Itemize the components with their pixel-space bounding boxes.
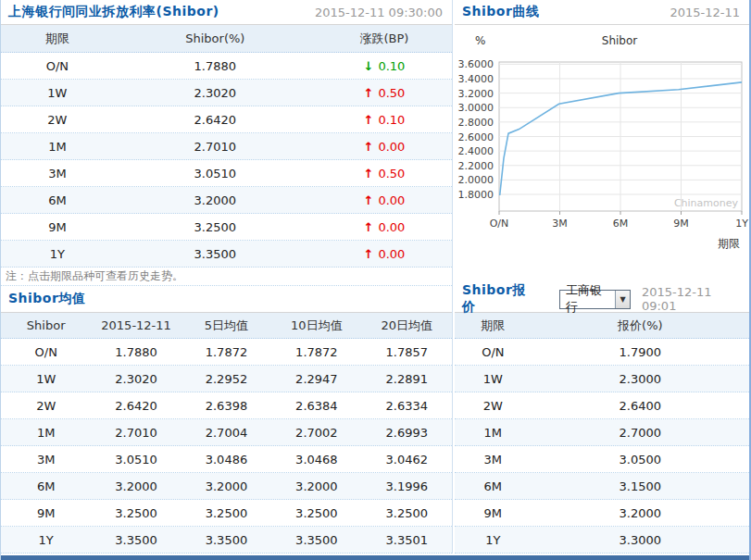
svg-text:2.4000: 2.4000 [458, 145, 494, 157]
change-value: 0.00 [378, 220, 405, 234]
col-header-5day: 5日均值 [181, 317, 271, 334]
rate-value: 3.2500 [114, 220, 317, 234]
table-row: 1M 2.7010 2.7004 2.7002 2.6993 [1, 419, 452, 446]
change-cell: ↑0.00 [317, 140, 452, 154]
rates-panel: 上海银行间同业拆放利率(Shibor) 2015-12-11 09:30:00 … [1, 0, 453, 286]
quote-value: 3.0500 [532, 453, 749, 467]
col-header-term: 期限 [1, 31, 114, 47]
quotes-table-header: 期限 报价(%) [455, 313, 749, 339]
shibor-curve-plot: % Shibor 1.80002.00002.20002.40002.60002… [455, 25, 749, 286]
change-value: 0.50 [378, 167, 405, 180]
value-cell: 2.6384 [271, 399, 361, 413]
chart-watermark: Chinamoney [674, 197, 739, 209]
svg-text:1Y: 1Y [735, 218, 748, 230]
col-header-10day: 10日均值 [271, 317, 361, 334]
bottom-border-bar [1, 555, 749, 560]
table-row: 3M 3.0510 3.0486 3.0468 3.0462 [1, 446, 452, 473]
term-link[interactable]: 1M [1, 140, 114, 154]
quote-value: 2.3000 [532, 372, 749, 386]
term-link[interactable]: 9M [1, 220, 114, 234]
chevron-down-icon[interactable]: ▼ [615, 291, 630, 308]
up-arrow-icon: ↑ [364, 86, 374, 100]
col-header-quote: 报价(%) [532, 317, 749, 334]
term-link[interactable]: 2W [1, 113, 114, 127]
up-arrow-icon: ↑ [364, 220, 374, 234]
value-cell: 3.0462 [362, 453, 452, 467]
value-cell: 2.2891 [362, 372, 452, 386]
value-cell: 2.6993 [362, 426, 452, 440]
change-value: 0.00 [378, 193, 405, 207]
table-row: 1Y 3.3000 [455, 527, 749, 554]
table-row: O/N 1.7880 ↓0.10 [1, 53, 452, 80]
value-cell: 2.2947 [271, 372, 361, 386]
term-link[interactable]: 1Y [1, 247, 114, 261]
curve-date: 2015-12-11 [670, 6, 740, 19]
table-row: 6M 3.2000 3.2000 3.2000 3.1996 [1, 473, 452, 500]
term-cell: 1W [455, 372, 532, 386]
value-cell: 3.2000 [181, 479, 271, 493]
value-cell: 1.7880 [91, 345, 181, 359]
term-link[interactable]: 3M [1, 167, 114, 180]
col-header-20day: 20日均值 [362, 317, 452, 334]
table-row: 2W 2.6400 [455, 392, 749, 419]
term-link[interactable]: 6M [1, 193, 114, 207]
curve-panel: Shibor曲线 2015-12-11 % Shibor 1.80002.000… [455, 0, 749, 286]
curve-panel-title: Shibor曲线 [462, 4, 539, 20]
term-cell: 6M [1, 479, 91, 493]
change-cell: ↑0.00 [317, 247, 452, 261]
x-axis-title: 期限 [718, 237, 740, 250]
col-header-date: 2015-12-11 [91, 318, 181, 332]
term-cell: 3M [1, 453, 91, 467]
term-cell: 1M [1, 426, 91, 440]
svg-text:2.8000: 2.8000 [458, 117, 494, 129]
rate-value: 1.7880 [114, 59, 317, 73]
change-cell: ↑0.50 [317, 167, 452, 180]
means-panel: Shibor均值 Shibor 2015-12-11 5日均值 10日均值 20… [1, 286, 453, 554]
svg-text:3.2000: 3.2000 [458, 88, 494, 100]
svg-text:9M: 9M [673, 218, 689, 230]
term-cell: 1Y [455, 533, 532, 547]
quotes-panel-title: Shibor报价 [462, 282, 533, 316]
svg-text:3.6000: 3.6000 [458, 58, 494, 70]
svg-text:3.0000: 3.0000 [458, 102, 494, 114]
rates-panel-title: 上海银行间同业拆放利率(Shibor) [8, 4, 219, 20]
change-cell: ↑0.10 [317, 113, 452, 127]
means-panel-title: Shibor均值 [8, 291, 85, 307]
term-cell: 1M [455, 426, 532, 440]
quotes-panel: Shibor报价 工商银行 ▼ 2015-12-11 09:01 期限 报价(%… [455, 286, 749, 554]
term-cell: 3M [455, 453, 532, 467]
svg-text:1.8000: 1.8000 [458, 189, 494, 201]
rates-table-header: 期限 Shibor(%) 涨跌(BP) [1, 25, 452, 53]
table-row: O/N 1.7900 [455, 339, 749, 366]
bottom-section: Shibor均值 Shibor 2015-12-11 5日均值 10日均值 20… [1, 286, 749, 554]
bank-select-value: 工商银行 [560, 282, 615, 316]
shibor-curve-chart: % Shibor 1.80002.00002.20002.40002.60002… [455, 25, 749, 286]
rate-value: 2.3020 [114, 86, 317, 100]
term-cell: 2W [1, 399, 91, 413]
quote-value: 3.3000 [532, 533, 749, 547]
value-cell: 3.2000 [271, 479, 361, 493]
value-cell: 1.7857 [362, 345, 452, 359]
rates-title-bar: 上海银行间同业拆放利率(Shibor) 2015-12-11 09:30:00 [1, 0, 452, 25]
rates-note: 注：点击期限品种可查看历史走势。 [1, 268, 452, 286]
table-row: 1M 2.7000 [455, 419, 749, 446]
table-row: 1M 2.7010 ↑0.00 [1, 133, 452, 160]
table-row: 9M 3.2500 ↑0.00 [1, 214, 452, 241]
col-header-change: 涨跌(BP) [317, 31, 452, 47]
table-row: 6M 3.2000 ↑0.00 [1, 187, 452, 214]
chart-title: Shibor [602, 34, 638, 47]
term-link[interactable]: 1W [1, 86, 114, 100]
term-link[interactable]: O/N [1, 59, 114, 73]
quote-value: 2.7000 [532, 426, 749, 440]
svg-text:3M: 3M [552, 218, 568, 230]
up-arrow-icon: ↑ [364, 113, 374, 127]
value-cell: 3.3501 [362, 533, 452, 547]
bank-select[interactable]: 工商银行 ▼ [559, 290, 631, 309]
term-cell: O/N [1, 345, 91, 359]
rate-value: 3.2000 [114, 193, 317, 207]
value-cell: 2.7004 [181, 426, 271, 440]
up-arrow-icon: ↑ [364, 193, 374, 207]
table-row: O/N 1.7880 1.7872 1.7872 1.7857 [1, 339, 452, 366]
value-cell: 3.2500 [91, 506, 181, 520]
value-cell: 2.6334 [362, 399, 452, 413]
